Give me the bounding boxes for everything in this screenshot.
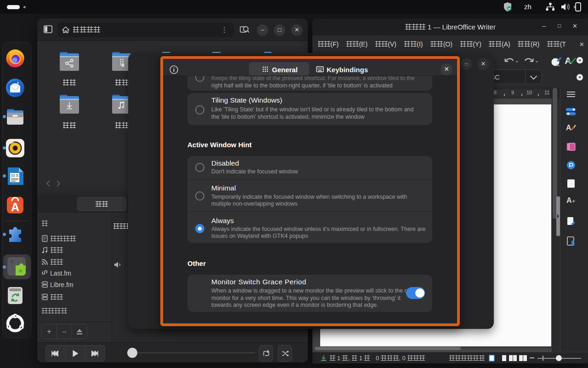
svg-text:A: A xyxy=(11,201,19,213)
